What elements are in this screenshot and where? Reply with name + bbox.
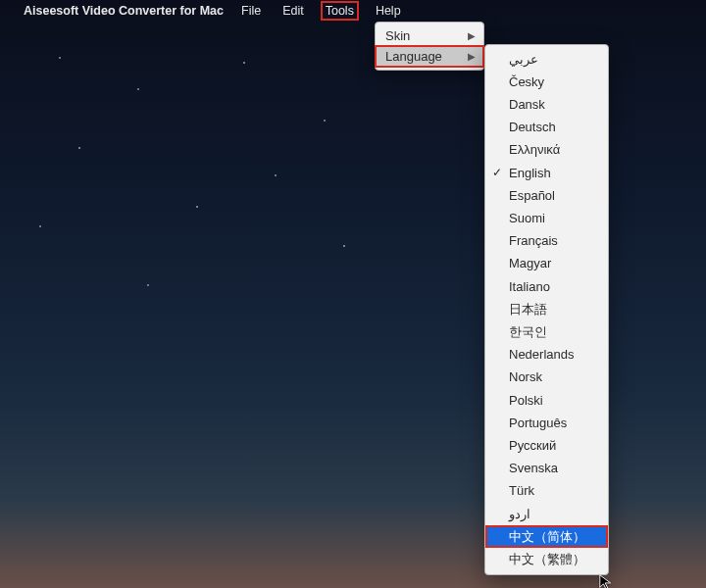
chevron-right-icon: ▶ (468, 30, 476, 41)
tools-dropdown: Skin▶Language▶ (375, 22, 484, 71)
language-item[interactable]: 中文（繁體） (485, 548, 608, 570)
menubar: Aiseesoft Video Converter for Mac File E… (0, 0, 706, 22)
app-name[interactable]: Aiseesoft Video Converter for Mac (24, 4, 224, 18)
language-item[interactable]: 日本語 (485, 298, 608, 320)
language-item[interactable]: Dansk (485, 93, 608, 116)
language-item[interactable]: Français (485, 230, 608, 253)
language-item[interactable]: 한국인 (485, 320, 608, 343)
language-item[interactable]: Svenska (485, 458, 608, 480)
language-item[interactable]: Česky (485, 71, 608, 93)
tools-menu-item-language[interactable]: Language▶ (376, 46, 483, 67)
menu-edit[interactable]: Edit (278, 2, 308, 20)
language-item[interactable]: Norsk (485, 367, 608, 389)
language-item[interactable]: Türk (485, 480, 608, 503)
menu-tools[interactable]: Tools (322, 2, 358, 20)
language-item[interactable]: Magyar (485, 253, 608, 275)
language-item[interactable]: Suomi (485, 207, 608, 229)
menu-help[interactable]: Help (372, 2, 405, 20)
language-item[interactable]: Italiano (485, 275, 608, 298)
chevron-right-icon: ▶ (468, 51, 476, 62)
language-item[interactable]: Deutsch (485, 117, 608, 139)
language-item[interactable]: Nederlands (485, 344, 608, 367)
language-item[interactable]: English (485, 162, 608, 184)
language-item[interactable]: اردو (485, 503, 608, 525)
menu-file[interactable]: File (237, 2, 265, 20)
tools-menu-item-skin[interactable]: Skin▶ (376, 25, 483, 46)
tools-menu-item-label: Language (385, 49, 442, 64)
language-item[interactable]: 中文（简体） (485, 525, 608, 548)
language-item[interactable]: عربي (485, 48, 608, 71)
language-submenu: عربيČeskyDanskDeutschΕλληνικάEnglishEspa… (484, 44, 609, 575)
language-item[interactable]: Polski (485, 389, 608, 412)
language-item[interactable]: Português (485, 412, 608, 434)
language-item[interactable]: Ελληνικά (485, 139, 608, 162)
language-item[interactable]: Español (485, 184, 608, 207)
cursor-icon (598, 573, 616, 588)
tools-menu-item-label: Skin (385, 28, 410, 43)
language-item[interactable]: Русский (485, 434, 608, 457)
